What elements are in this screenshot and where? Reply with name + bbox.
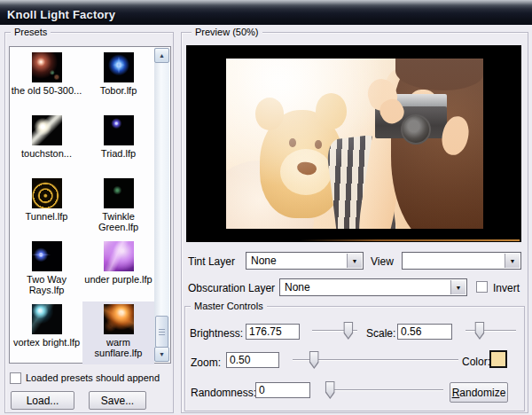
preset-item[interactable]: the old 50-300...: [11, 50, 82, 113]
load-button[interactable]: Load...: [11, 391, 74, 410]
preset-thumbnail-icon: [104, 52, 134, 82]
chevron-down-icon[interactable]: ▼: [347, 254, 362, 268]
scale-slider[interactable]: [466, 322, 516, 340]
preset-label: Tunnel.lfp: [11, 211, 82, 222]
zoom-slider[interactable]: [293, 351, 458, 369]
zoom-label: Zoom:: [191, 356, 221, 369]
color-label: Color:: [462, 356, 490, 368]
slider-track: [325, 389, 443, 391]
scroll-up-icon: ▲: [159, 52, 165, 59]
scroll-down-icon: ▼: [159, 351, 165, 357]
preset-item[interactable]: vortex bright.lfp: [11, 301, 82, 364]
invert-checkbox[interactable]: [476, 281, 488, 293]
randomness-label: Randomness:: [191, 387, 256, 399]
window-title: Knoll Light Factory: [7, 8, 115, 21]
preset-label: the old 50-300...: [11, 85, 82, 96]
scale-input[interactable]: [397, 324, 452, 340]
preview-group-label: Preview (50%): [192, 27, 262, 37]
slider-track: [466, 330, 516, 332]
preset-thumbnail-icon: [104, 304, 134, 334]
preset-thumbnail-icon: [32, 115, 62, 145]
color-swatch[interactable]: [489, 350, 507, 368]
append-presets-label: Loaded presets should append: [26, 372, 160, 383]
preset-item[interactable]: Two Way Rays.lfp: [11, 239, 82, 301]
brightness-slider[interactable]: [312, 322, 357, 340]
scrollbar-grip-icon: [159, 329, 165, 336]
brightness-input[interactable]: [246, 324, 300, 340]
preset-scrollbar[interactable]: ▲ ▼: [154, 48, 169, 362]
zoom-slider-thumb[interactable]: [309, 351, 319, 369]
preset-item[interactable]: Twinkle Green.lfp: [82, 176, 154, 239]
lens-flare-streak: [301, 239, 520, 241]
preset-item[interactable]: Tunnel.lfp: [11, 176, 82, 239]
preset-thumbnail-icon: [104, 241, 134, 271]
append-presets-checkbox[interactable]: [10, 372, 21, 384]
preset-thumbnail-icon: [104, 178, 134, 208]
preset-label: warm sunflare.lfp: [82, 337, 154, 358]
randomize-button[interactable]: Randomize: [450, 382, 508, 403]
preset-thumbnail-icon: [32, 241, 62, 271]
chevron-down-icon[interactable]: ▼: [450, 280, 466, 294]
preset-item[interactable]: Tobor.lfp: [82, 50, 154, 113]
preset-label: Twinkle Green.lfp: [82, 211, 154, 232]
tint-layer-value: None: [251, 254, 277, 267]
preset-thumbnail-icon: [32, 178, 62, 208]
brightness-label: Brightness:: [190, 327, 243, 340]
preset-item[interactable]: under purple.lfp: [82, 239, 154, 301]
preset-thumbnail-icon: [32, 52, 62, 82]
randomness-slider[interactable]: [325, 381, 443, 399]
preset-label: Tobor.lfp: [82, 85, 154, 96]
scroll-down-button[interactable]: ▼: [154, 347, 169, 362]
invert-label: Invert: [493, 282, 520, 294]
preset-cells: the old 50-300... Tobor.lfp touchston...…: [11, 48, 155, 362]
view-select[interactable]: ▼: [402, 252, 521, 270]
preset-label: Two Way Rays.lfp: [11, 274, 82, 295]
knoll-light-factory-dialog: { "window": { "title": "Knoll Light Fact…: [0, 0, 532, 415]
load-button-label: Load...: [27, 395, 59, 407]
presets-group-label: Presets: [11, 27, 51, 37]
save-button[interactable]: Save...: [89, 391, 146, 410]
tint-layer-select[interactable]: None ▼: [246, 252, 364, 270]
light-glow-overlay: [226, 59, 483, 229]
scrollbar-thumb[interactable]: [155, 316, 168, 348]
preset-list[interactable]: the old 50-300... Tobor.lfp touchston...…: [9, 46, 171, 364]
obscuration-layer-label: Obscuration Layer: [188, 282, 275, 294]
obscuration-layer-value: None: [285, 281, 310, 294]
slider-thumb-face: [326, 382, 334, 397]
preset-label: vortex bright.lfp: [11, 337, 82, 348]
brightness-slider-thumb[interactable]: [343, 322, 353, 340]
preview-photo: [226, 59, 483, 229]
preset-item[interactable]: touchston...: [11, 113, 82, 176]
window-titlebar[interactable]: Knoll Light Factory: [0, 0, 532, 25]
preset-thumbnail-icon: [104, 115, 134, 145]
view-label: View: [371, 255, 394, 268]
randomize-button-label: Randomize: [452, 387, 506, 399]
preset-item[interactable]: warm sunflare.lfp: [82, 301, 154, 364]
zoom-input[interactable]: [226, 352, 279, 368]
save-button-label: Save...: [101, 395, 134, 407]
chevron-down-icon[interactable]: ▼: [505, 254, 520, 268]
preset-item[interactable]: Triad.lfp: [82, 113, 154, 176]
preset-thumbnail-icon: [32, 304, 62, 334]
obscuration-layer-select[interactable]: None ▼: [279, 278, 467, 296]
slider-thumb-face: [475, 323, 483, 338]
master-controls-label: Master Controls: [191, 301, 267, 311]
tint-layer-label: Tint Layer: [188, 255, 235, 268]
randomness-input[interactable]: [255, 382, 310, 398]
preview-canvas: [186, 45, 521, 242]
slider-thumb-face: [310, 352, 318, 367]
scroll-up-button[interactable]: ▲: [154, 48, 169, 63]
scale-slider-thumb[interactable]: [474, 322, 484, 340]
preset-label: Triad.lfp: [82, 148, 154, 159]
randomness-slider-thumb[interactable]: [325, 381, 335, 399]
preset-label: under purple.lfp: [82, 274, 154, 285]
preset-label: touchston...: [11, 148, 82, 159]
scale-label: Scale:: [366, 327, 395, 340]
slider-thumb-face: [344, 323, 352, 338]
